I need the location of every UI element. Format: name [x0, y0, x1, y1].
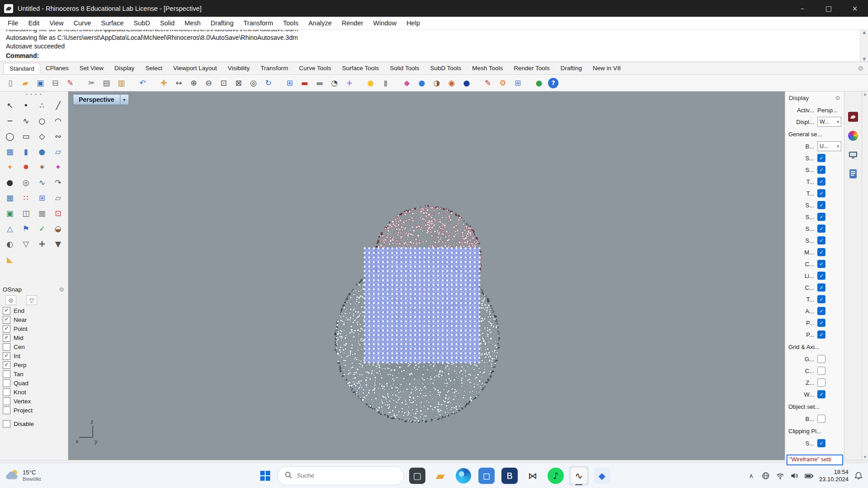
taskbar-clock[interactable]: 18:54 23.10.2024 [819, 469, 849, 483]
grid-settings-icon[interactable]: ⊞ [512, 77, 524, 89]
material-sphere-icon[interactable]: ◑ [431, 77, 443, 89]
flag-icon[interactable]: ⚑ [18, 221, 34, 236]
osnap-near-checkbox[interactable]: ✓ [3, 316, 10, 324]
osnap-row-quad[interactable]: Quad [3, 378, 68, 388]
magenta-tool-icon[interactable]: ✦ [50, 159, 67, 175]
battery-icon[interactable] [804, 471, 814, 481]
panel-row-26[interactable]: B... [785, 413, 844, 425]
panel-row-13[interactable]: C...✓ [785, 258, 844, 270]
lamp-icon[interactable]: ● [365, 77, 377, 89]
store-app-icon[interactable]: ◻ [477, 466, 496, 486]
command-area[interactable]: Autosaving file as C:\Users\werst\AppDat… [0, 30, 868, 62]
line-icon[interactable]: ─ [2, 113, 18, 129]
menu-item-drafting[interactable]: Drafting [205, 17, 238, 29]
tab-viewport-layout[interactable]: Viewport Layout [168, 63, 223, 73]
tab-display[interactable]: Display [109, 63, 140, 73]
panel-checkbox[interactable]: ✓ [817, 236, 825, 244]
panel-row-28[interactable]: S...✓ [785, 437, 844, 449]
polygon-icon[interactable]: ◇ [34, 129, 50, 144]
osnap-knot-checkbox[interactable] [3, 388, 10, 396]
move-icon[interactable]: ↔ [173, 77, 185, 89]
osnap-row-mid[interactable]: ✓Mid [3, 333, 68, 342]
edge-browser-icon[interactable] [453, 466, 473, 486]
tab-curve-tools[interactable]: Curve Tools [294, 63, 337, 73]
orbit-icon[interactable]: ◔ [329, 77, 340, 89]
command-prompt[interactable]: Command: [0, 51, 868, 61]
panel-row-9[interactable]: S...✓ [785, 211, 844, 223]
lightning-tool-icon[interactable]: ✸ [18, 159, 34, 175]
tab-transform[interactable]: Transform [255, 63, 294, 73]
panel-row-12[interactable]: M...✓ [785, 246, 844, 258]
b-app-icon[interactable]: B [500, 466, 520, 486]
zoom-extents-icon[interactable]: ⊠ [233, 77, 244, 89]
cplane-icon[interactable]: + [343, 77, 355, 89]
cone-icon[interactable]: ◣ [2, 252, 18, 267]
panel-row-14[interactable]: Li...✓ [785, 270, 844, 282]
osnap-row-point[interactable]: ✓Point [3, 324, 68, 333]
panel-checkbox[interactable]: ✓ [817, 177, 825, 186]
color-wheel-tab-icon[interactable] [848, 130, 858, 141]
environment-sphere-icon[interactable]: ◉ [446, 77, 458, 89]
osnap-snap-button[interactable]: ⊙ [5, 295, 16, 305]
panel-checkbox[interactable]: ✓ [817, 225, 825, 233]
zoom-selected-icon[interactable]: ◎ [248, 77, 259, 89]
sidebar-grip[interactable]: ● ● ● ● [0, 91, 68, 98]
shade-icon[interactable]: ◐ [2, 236, 18, 252]
annotate-icon[interactable]: ✎ [64, 77, 76, 89]
osnap-filter-button[interactable]: ▽ [26, 295, 37, 305]
viewport[interactable]: Perspective ▾ zxy [68, 91, 785, 460]
zoom-window-icon[interactable]: ⊡ [218, 77, 229, 89]
tab-set-view[interactable]: Set View [74, 63, 109, 73]
teapot-icon[interactable]: ◒ [50, 221, 67, 236]
array-icon[interactable]: ∷ [18, 190, 34, 206]
extrude-icon[interactable]: △ [2, 221, 18, 236]
file-explorer-icon[interactable]: ▰ [430, 466, 450, 486]
drill-tool-icon[interactable]: ✶ [34, 159, 50, 175]
viewport-menu-caret-icon[interactable]: ▾ [120, 94, 129, 105]
search-box[interactable] [277, 466, 404, 485]
cylinder-icon[interactable]: ▮ [18, 144, 34, 159]
scroll-down-icon[interactable]: ▼ [864, 455, 866, 459]
menu-item-render[interactable]: Render [337, 17, 368, 29]
close-button[interactable]: × [842, 0, 868, 17]
panel-checkbox[interactable] [817, 378, 825, 387]
wireframe-settings-field[interactable]: "Wireframe" setti [787, 455, 843, 465]
panel-row-5[interactable]: S...✓ [785, 164, 844, 176]
volume-icon[interactable] [790, 471, 800, 481]
new-file-icon[interactable]: ▯ [5, 77, 16, 89]
open-file-icon[interactable]: ▰ [19, 77, 31, 89]
osnap-end-checkbox[interactable]: ✓ [3, 307, 10, 315]
raytrace-sphere-icon[interactable]: ● [461, 77, 472, 89]
panel-checkbox[interactable]: ✓ [817, 390, 825, 398]
panel-row-18[interactable]: P...✓ [785, 317, 844, 329]
osnap-disable-checkbox[interactable] [3, 420, 10, 428]
panel-checkbox[interactable]: ✓ [817, 201, 825, 209]
tab-select[interactable]: Select [140, 63, 168, 73]
zoom-in-icon[interactable]: ⊕ [188, 77, 200, 89]
panel-checkbox[interactable]: ✓ [817, 154, 825, 162]
paste-icon[interactable]: ▥ [115, 77, 127, 89]
weather-widget[interactable]: 15°C Bewölkt [5, 468, 41, 483]
ellipse-icon[interactable]: ◯ [2, 129, 18, 144]
osnap-row-project[interactable]: Project [3, 406, 68, 415]
osnap-row-end[interactable]: ✓End [3, 306, 68, 315]
save-file-icon[interactable]: ▣ [34, 77, 46, 89]
pan-hand-icon[interactable]: ✚ [158, 77, 170, 89]
menu-item-tools[interactable]: Tools [278, 17, 304, 29]
scroll-up-icon[interactable]: ▲ [864, 92, 866, 96]
rotate-view-icon[interactable]: ↻ [262, 77, 274, 89]
bowtie-app-icon[interactable]: ⋈ [523, 466, 543, 486]
osnap-project-checkbox[interactable] [3, 407, 10, 414]
panel-row-15[interactable]: C...✓ [785, 282, 844, 293]
copy-icon[interactable]: ▤ [100, 77, 112, 89]
named-view-icon[interactable]: ▬ [299, 77, 310, 89]
window-scrollbar[interactable]: ▲ ▼ [862, 91, 868, 460]
tab-mesh-tools[interactable]: Mesh Tools [467, 63, 508, 73]
panel-checkbox[interactable]: ✓ [817, 213, 825, 221]
panel-row-1[interactable]: Displ...W...▾ [785, 116, 844, 128]
tab-visibility[interactable]: Visibility [222, 63, 255, 73]
pointer-icon[interactable]: ↖ [2, 98, 18, 113]
rhino-app-icon[interactable]: ∿ [569, 466, 589, 486]
arc-icon[interactable]: ◠ [50, 113, 67, 129]
rectangle-icon[interactable]: ▭ [18, 129, 34, 144]
